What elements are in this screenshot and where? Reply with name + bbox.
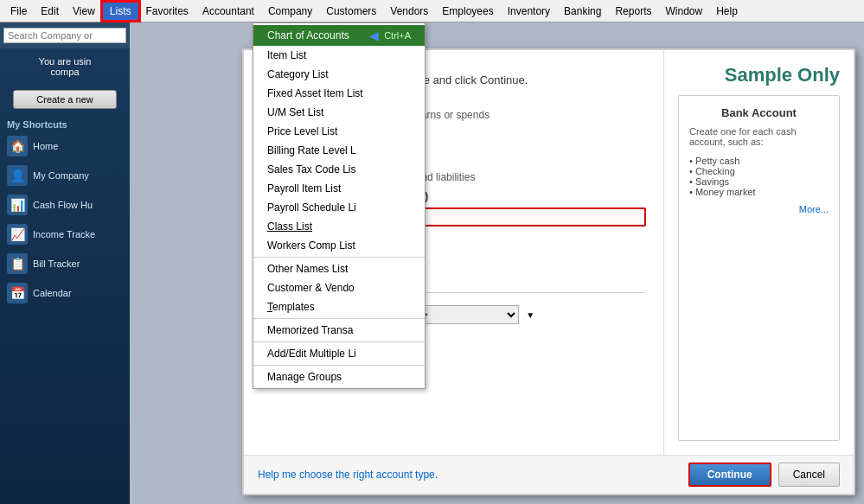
menu-lists[interactable]: Lists	[102, 2, 139, 21]
company-text: You are usin	[39, 56, 92, 67]
company-icon: 👤	[7, 165, 28, 186]
dropdown-um-set-list[interactable]: U/M Set List	[253, 103, 425, 122]
footer-buttons: Continue Cancel	[688, 463, 840, 487]
calendar-icon: 📅	[7, 283, 28, 303]
dropdown-other-names[interactable]: Other Names List	[253, 259, 425, 278]
dropdown-manage-groups[interactable]: Manage Groups	[253, 367, 425, 386]
company-name: compa	[50, 67, 79, 77]
home-icon: 🏠	[7, 136, 28, 156]
menu-banking[interactable]: Banking	[557, 3, 608, 20]
dropdown-fixed-asset-list[interactable]: Fixed Asset Item List	[253, 84, 425, 103]
dropdown-class-list[interactable]: Class List	[253, 217, 425, 236]
sidebar-mycompany-label: My Company	[33, 170, 89, 181]
menu-favorites[interactable]: Favorites	[139, 3, 195, 20]
dropdown-billing-rate[interactable]: Billing Rate Level L	[253, 141, 425, 160]
chart-of-accounts-label: Chart of Accounts	[267, 29, 349, 41]
chart-of-accounts-shortcut: Ctrl+A	[384, 30, 411, 41]
help-link[interactable]: Help me choose the right account type.	[258, 469, 438, 481]
dropdown-memorized-trans[interactable]: Memorized Transa	[253, 321, 425, 340]
menu-file[interactable]: File	[3, 3, 34, 20]
sidebar-home-label: Home	[33, 141, 58, 151]
create-new-button[interactable]: Create a new	[13, 90, 117, 109]
bank-account-desc: Create one for each cash account, such a…	[689, 126, 829, 147]
sidebar-income-label: Income Tracke	[33, 229, 95, 239]
menu-vendors[interactable]: Vendors	[383, 3, 435, 20]
company-info: You are usin compa	[0, 49, 130, 85]
menu-edit[interactable]: Edit	[34, 3, 66, 20]
search-input[interactable]	[3, 28, 126, 43]
sidebar: You are usin compa Create a new My Short…	[0, 22, 130, 504]
bank-account-box: Bank Account Create one for each cash ac…	[678, 95, 840, 441]
class-list-label: Class List	[267, 220, 312, 233]
cancel-button[interactable]: Cancel	[778, 463, 840, 487]
dropdown-chart-of-accounts[interactable]: Chart of Accounts ◀ Ctrl+A	[253, 25, 425, 46]
menu-company[interactable]: Company	[261, 3, 319, 20]
menu-reports[interactable]: Reports	[608, 3, 658, 20]
dropdown-arrow-icon: ◀	[369, 29, 379, 42]
app-area: You are usin compa Create a new My Short…	[0, 22, 864, 504]
separator-3	[253, 341, 425, 342]
dropdown-sales-tax[interactable]: Sales Tax Code Lis	[253, 160, 425, 179]
sidebar-item-mycompany[interactable]: 👤 My Company	[0, 161, 130, 190]
income-icon: 📈	[7, 224, 28, 245]
sidebar-calendar-label: Calendar	[33, 288, 72, 298]
dropdown-price-level[interactable]: Price Level List	[253, 122, 425, 141]
main-content: Chart of Accounts ◀ Ctrl+A Item List Cat…	[130, 22, 864, 504]
sidebar-item-home[interactable]: 🏠 Home	[0, 131, 130, 161]
sidebar-cashflow-label: Cash Flow Hu	[33, 200, 93, 210]
dropdown-item-list[interactable]: Item List	[253, 46, 425, 65]
dropdown-category-list[interactable]: Category List	[253, 65, 425, 84]
bank-item-2: Checking	[689, 166, 829, 176]
more-link[interactable]: More...	[689, 204, 829, 214]
separator-4	[253, 365, 425, 366]
dialog-right-panel: Sample Only Bank Account Create one for …	[663, 50, 854, 455]
menu-view[interactable]: View	[66, 3, 102, 20]
menu-inventory[interactable]: Inventory	[501, 3, 557, 20]
dropdown-add-edit-multiple[interactable]: Add/Edit Multiple Li	[253, 344, 425, 363]
dialog-footer: Help me choose the right account type. C…	[244, 455, 854, 494]
dropdown-payroll-schedule[interactable]: Payroll Schedule Li	[253, 198, 425, 217]
cashflow-icon: 📊	[7, 195, 28, 215]
sample-only-label: Sample Only	[678, 64, 840, 86]
shortcuts-title: My Shortcuts	[0, 114, 130, 131]
sidebar-bill-label: Bill Tracker	[33, 258, 80, 269]
menu-customers[interactable]: Customers	[319, 3, 383, 20]
sidebar-item-bill[interactable]: 📋 Bill Tracker	[0, 249, 130, 278]
menu-employees[interactable]: Employees	[435, 3, 500, 20]
bank-item-1: Petty cash	[689, 156, 829, 166]
menu-bar: File Edit View Lists Favorites Accountan…	[0, 0, 864, 22]
separator-2	[253, 318, 425, 319]
dropdown-customer-vendor[interactable]: Customer & Vendo	[253, 278, 425, 297]
bank-item-4: Money market	[689, 187, 829, 197]
bank-item-3: Savings	[689, 176, 829, 187]
sidebar-item-calendar[interactable]: 📅 Calendar	[0, 278, 130, 308]
separator-1	[253, 257, 425, 258]
continue-button[interactable]: Continue	[688, 463, 771, 487]
bill-icon: 📋	[7, 253, 28, 274]
bank-list: Petty cash Checking Savings Money market	[689, 156, 829, 197]
dropdown-workers-comp[interactable]: Workers Comp List	[253, 236, 425, 255]
menu-help[interactable]: Help	[709, 3, 745, 20]
dropdown-payroll-item[interactable]: Payroll Item List	[253, 179, 425, 198]
menu-window[interactable]: Window	[658, 3, 709, 20]
bank-account-title: Bank Account	[689, 106, 829, 119]
sidebar-item-income[interactable]: 📈 Income Tracke	[0, 220, 130, 249]
sidebar-item-cashflow[interactable]: 📊 Cash Flow Hu	[0, 190, 130, 220]
lists-dropdown: Chart of Accounts ◀ Ctrl+A Item List Cat…	[253, 22, 426, 389]
menu-accountant[interactable]: Accountant	[195, 3, 261, 20]
dropdown-templates[interactable]: Templates	[253, 297, 425, 316]
search-bar	[0, 22, 130, 49]
dropdown-arrow-icon-select: ▼	[526, 310, 534, 320]
